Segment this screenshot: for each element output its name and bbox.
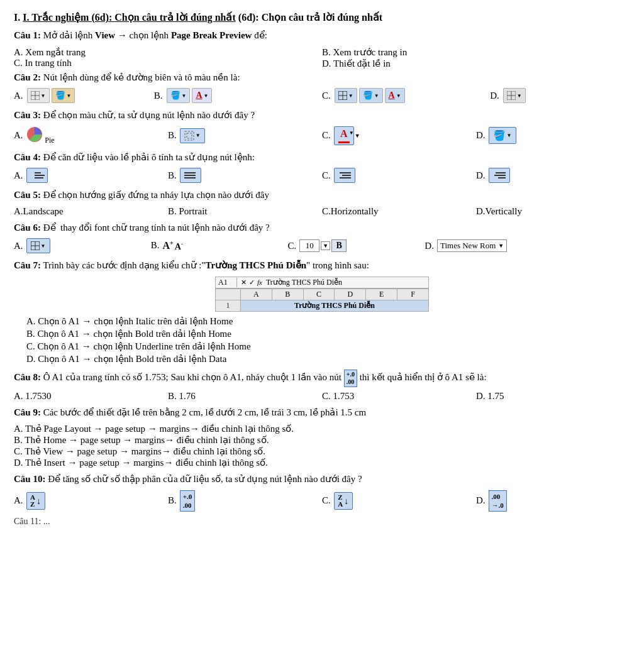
q3-optB: B. ▼: [168, 128, 322, 143]
question-2: Câu 2: Nút lệnh dùng để kẻ đường biên và…: [14, 70, 630, 85]
q10-optC-label: C.: [322, 495, 331, 506]
q3-optC-icon: A ▼: [334, 126, 354, 145]
q2-optB-label: B.: [154, 91, 163, 101]
q10-optD: D. .00 →.0: [476, 490, 630, 512]
color-a-c: A ▼: [385, 88, 405, 103]
svg-rect-10: [185, 131, 194, 140]
row-1-num: 1: [216, 300, 241, 311]
q2-optA-icon: ▼ 🪣 ▼: [27, 88, 75, 103]
q4-optD: D.: [476, 168, 630, 183]
formula-value: Trường THCS Phú Diễn: [266, 278, 342, 287]
q3-optB-label: B.: [168, 130, 177, 141]
formula-bar: A1 ✕ ✓ fx Trường THCS Phú Diễn: [215, 277, 429, 288]
q7-optD: D. Chọn ô A1 → chọn lệnh Bold trên dải l…: [26, 353, 630, 365]
q4-optA: A.: [14, 168, 168, 183]
q1-optC: C. In trang tính: [14, 58, 322, 69]
font-name-display: Times New Rom: [440, 241, 496, 251]
continuation-text: Câu 11: ...: [14, 517, 50, 526]
continuation-hint: Câu 11: ...: [14, 517, 630, 527]
section-label-underline: I. Trắc nghiệm (6d): Chọn câu trả lời đú…: [23, 12, 236, 23]
q10-optA-icon: A Z ↓: [26, 492, 45, 510]
col-b-header: B: [272, 288, 303, 300]
q1-optB: B. Xem trước trang in: [322, 47, 630, 58]
q6-optB-label: B.: [151, 240, 160, 251]
excel-preview: A1 ✕ ✓ fx Trường THCS Phú Diễn A B C D E…: [215, 277, 429, 312]
borders-icon-d: ▼: [503, 88, 526, 103]
q4-optD-icon: [489, 168, 510, 183]
cancel-icon: ✕: [241, 278, 247, 287]
fx-icon: fx: [257, 278, 262, 287]
q2-optC: C. ▼ 🪣 ▼ A ▼: [322, 88, 490, 103]
q2-optA: A. ▼ 🪣 ▼: [14, 88, 154, 103]
q5-optC-label: C.Horizontally: [322, 206, 379, 216]
q10-options: A. A Z ↓ B. +.0 .00 C. Z A: [14, 490, 630, 512]
q4-optB-label: B.: [168, 170, 177, 181]
q4-optB-icon: [180, 168, 201, 183]
q10-optB: B. +.0 .00: [168, 490, 322, 512]
q5-optC: C.Horizontally: [322, 206, 476, 217]
col-c-header: C: [303, 288, 335, 300]
q1-optA: A. Xem ngắt trang: [14, 47, 322, 58]
q6-optD-label: D.: [425, 241, 434, 251]
q3-optB-icon: ▼: [180, 128, 205, 143]
section-label-roman: I.: [14, 12, 23, 23]
pie-label: Pie: [45, 136, 54, 145]
q5-optB: B. Portrait: [168, 206, 322, 217]
font-decrease-icon: A-: [175, 241, 183, 252]
q8-optC: C. 1.753: [322, 391, 476, 402]
q1-optB-label: B. Xem trước trang in: [322, 47, 407, 57]
q4-optC-label: C.: [322, 170, 331, 181]
q6-optA-icon: ▼: [26, 238, 50, 253]
borders-svg: [31, 91, 40, 100]
q6-optC: C. 10 ▼ B: [288, 239, 425, 252]
fontsize-display: 10: [299, 239, 319, 252]
q6-optC-icon: 10 ▼ B: [299, 239, 347, 252]
q7-optB: B. Chọn ô A1 → chọn lệnh Bold trên dải l…: [26, 328, 630, 339]
question-3: Câu 3: Để chọn màu chữ, ta sử dụng nút l…: [14, 108, 630, 123]
q4-options: A. B. C.: [14, 168, 630, 183]
borders-icon-c: ▼: [335, 88, 357, 103]
q3-optA: A. Pie: [14, 126, 168, 145]
q1-optC-label: C. In trang tính: [14, 58, 72, 68]
color-a-b: A ▼: [192, 88, 212, 103]
q7-options: A. Chọn ô A1 → chọn lệnh Italic trên dải…: [26, 316, 630, 365]
q3-optA-label: A.: [14, 130, 23, 141]
col-e-header: E: [366, 288, 397, 300]
q2-optB-icon: 🪣 ▼ A ▼: [167, 88, 213, 103]
confirm-icon: ✓: [249, 278, 255, 287]
font-dropdown-arrow: ▼: [498, 243, 504, 249]
q6-optA-label: A.: [14, 241, 23, 251]
q5-optB-label: B. Portrait: [168, 206, 208, 216]
q2-optB: B. 🪣 ▼ A ▼: [154, 88, 322, 103]
q6-optA: A. ▼: [14, 238, 151, 253]
q8-optA: A. 1.7530: [14, 391, 168, 402]
q10-optC: C. Z A ↓: [322, 492, 476, 510]
q8-icon: +.0 .00: [344, 370, 357, 387]
q9-optB: B. Thẻ Home → page setup → margins→ điều…: [14, 434, 630, 446]
question-5: Câu 5: Để chọn hướng giấy đứng ta nháy l…: [14, 188, 630, 202]
q6-options: A. ▼ B. A+ A- C. 10 ▼ B: [14, 238, 630, 253]
q9-optD: D. Thẻ Insert → page setup → margins→ đi…: [14, 457, 630, 468]
paint-icon-c: 🪣 ▼: [359, 88, 383, 103]
q1-optD: D. Thiết đặt lề in: [322, 58, 630, 69]
q4-optB: B.: [168, 168, 322, 183]
q7-optA: A. Chọn ô A1 → chọn lệnh Italic trên dải…: [26, 316, 630, 327]
bold-button: B: [331, 239, 347, 252]
q2-optD: D. ▼: [490, 88, 630, 103]
q10-optB-icon: +.0 .00: [180, 490, 196, 512]
question-8: Câu 8: Ô A1 của trang tính có số 1.753; …: [14, 370, 630, 387]
q9-optA: A. Thẻ Page Layout → page setup → margin…: [14, 423, 630, 434]
q3-optC-label: C.: [322, 130, 331, 141]
q2-optD-icon: ▼: [503, 88, 526, 103]
q1-text: Câu 1: Mở dải lệnh View → chọn lệnh Page…: [14, 30, 267, 40]
pie-icon: Pie: [26, 126, 55, 145]
q3-options: A. Pie B. ▼ C.: [14, 126, 630, 145]
q10-optC-icon: Z A ↓: [334, 492, 353, 510]
q6-optB-icon: A+ A-: [163, 239, 183, 251]
q4-optC-icon: [334, 168, 355, 183]
q6-optC-label: C.: [288, 241, 297, 251]
cell-a1: Trường THCS Phú Diễn: [241, 300, 429, 311]
q5-optD-label: D.Vertically: [476, 206, 522, 216]
color-a-icon: A: [196, 91, 202, 101]
borders-icon: ▼: [27, 88, 50, 103]
